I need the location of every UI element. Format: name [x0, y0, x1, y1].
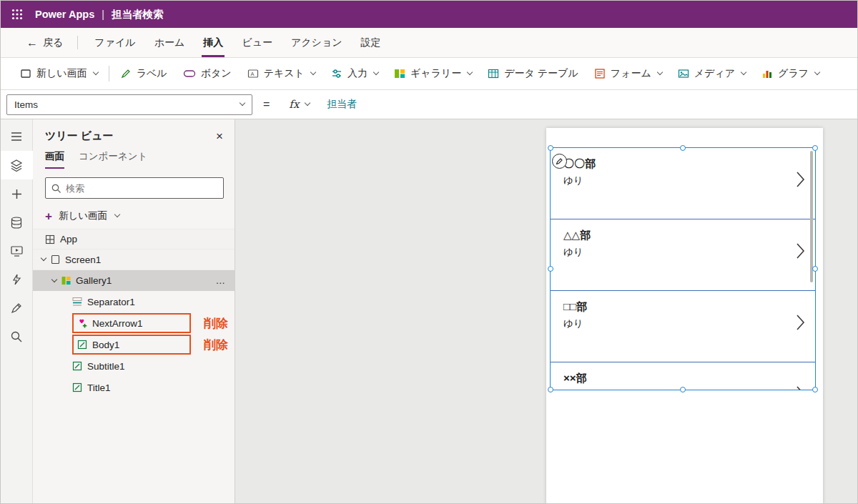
selection-handle-bottom-left[interactable]	[548, 387, 553, 392]
data-table-button[interactable]: データ テーブル	[480, 58, 586, 89]
gallery-row[interactable]: 〇〇部 ゆり	[551, 148, 815, 219]
selection-handle-middle-right[interactable]	[812, 266, 818, 272]
rail-advanced-tools-icon[interactable]	[1, 294, 33, 322]
app-launcher-waffle-icon[interactable]	[1, 1, 34, 28]
tree-item-app[interactable]: App	[33, 229, 235, 249]
tree-item-title1[interactable]: Title1	[33, 377, 235, 398]
next-arrow-icon[interactable]	[796, 242, 805, 260]
screen-icon	[51, 255, 60, 265]
menu-tab-home[interactable]: ホーム	[145, 28, 194, 57]
menu-tab-insert[interactable]: 挿入	[194, 28, 232, 57]
tree-item-nextarrow1[interactable]: NextArrow1 削除	[33, 312, 235, 334]
chevron-down-icon	[240, 100, 245, 106]
input-menu-button[interactable]: 入力	[323, 58, 386, 89]
gallery-row-title: △△部	[563, 229, 815, 242]
menu-tab-file[interactable]: ファイル	[85, 28, 144, 57]
back-button[interactable]: ← 戻る	[19, 28, 70, 57]
delete-annotation: 削除	[204, 315, 228, 332]
selection-handle-middle-left[interactable]	[548, 266, 553, 272]
back-arrow-icon: ←	[26, 36, 38, 49]
new-screen-dropdown-button[interactable]: + 新しい画面	[33, 206, 235, 229]
selection-handle-top-right[interactable]	[812, 145, 818, 151]
next-arrow-icon[interactable]	[796, 314, 805, 331]
selection-handle-bottom-middle[interactable]	[680, 387, 686, 392]
design-canvas[interactable]: 〇〇部 ゆり △△部 ゆり □□部 ゆり	[235, 119, 857, 503]
tab-screens[interactable]: 画面	[45, 150, 64, 169]
gallery-row-title: 〇〇部	[563, 157, 815, 171]
next-arrow-icon[interactable]	[796, 385, 805, 390]
chevron-down-icon	[305, 100, 310, 106]
menu-tab-view[interactable]: ビュー	[232, 28, 282, 57]
next-arrow-icon[interactable]	[796, 171, 805, 188]
app-icon	[45, 234, 55, 244]
app-brand-title[interactable]: Power Apps	[35, 9, 94, 20]
gallery-row[interactable]: △△部 ゆり	[551, 219, 815, 291]
gallery-menu-button[interactable]: ギャラリー	[386, 58, 480, 89]
rail-media-icon[interactable]	[1, 237, 33, 265]
property-name: Items	[14, 99, 38, 110]
tree-item-separator1[interactable]: Separator1	[33, 291, 235, 312]
svg-text:A: A	[250, 71, 254, 77]
label-button[interactable]: ラベル	[112, 58, 175, 89]
menu-tab-settings[interactable]: 設定	[352, 28, 390, 57]
gallery-row-subtitle: ゆり	[563, 389, 815, 390]
gallery-viewport: 〇〇部 ゆり △△部 ゆり □□部 ゆり	[551, 148, 815, 390]
button-button[interactable]: ボタン	[175, 58, 240, 89]
tree-view-header: ツリー ビュー ×	[33, 119, 235, 147]
top-app-bar: Power Apps | 担当者検索	[1, 1, 857, 28]
rail-search-icon[interactable]	[1, 322, 33, 351]
gallery-control-icon	[61, 276, 71, 285]
toolbar-divider	[109, 66, 109, 81]
new-screen-icon	[20, 68, 31, 79]
selection-handle-top-middle[interactable]	[680, 145, 686, 151]
chevron-down-icon	[467, 69, 473, 75]
gallery-control[interactable]: 〇〇部 ゆり △△部 ゆり □□部 ゆり	[550, 147, 816, 390]
label-icon	[120, 68, 132, 79]
tree-item-subtitle1[interactable]: Subtitle1	[33, 355, 235, 377]
new-screen-button[interactable]: 新しい画面	[12, 58, 106, 89]
chevron-down-icon	[373, 69, 379, 75]
media-menu-button[interactable]: メディア	[670, 58, 754, 89]
chart-menu-button[interactable]: グラフ	[754, 58, 827, 89]
edit-gallery-pencil-icon[interactable]	[552, 154, 567, 169]
tree-item-screen1[interactable]: Screen1	[33, 249, 235, 270]
menu-divider	[77, 36, 78, 49]
search-icon	[51, 184, 61, 193]
gallery-scrollbar[interactable]	[810, 151, 813, 282]
data-table-icon	[488, 68, 499, 79]
selection-handle-bottom-right[interactable]	[812, 387, 818, 392]
more-options-icon[interactable]: …	[216, 275, 227, 286]
rail-hamburger-menu-icon[interactable]	[1, 122, 33, 151]
rail-insert-plus-icon[interactable]	[1, 179, 33, 208]
fx-selector[interactable]: fx	[280, 94, 318, 115]
text-menu-button[interactable]: A テキスト	[240, 58, 323, 89]
expand-chevron-icon[interactable]	[41, 255, 46, 261]
formula-bar: Items = fx 担当者	[1, 90, 857, 119]
tree-search-box[interactable]	[45, 177, 224, 199]
delete-highlight-box: Body1	[72, 335, 191, 355]
rail-tree-view-icon[interactable]	[1, 151, 33, 179]
rail-power-automate-icon[interactable]	[1, 265, 33, 294]
close-icon[interactable]: ×	[216, 130, 223, 142]
gallery-row[interactable]: □□部 ゆり	[551, 291, 815, 362]
label-control-icon	[77, 340, 87, 350]
tree-item-body1[interactable]: Body1 削除	[33, 334, 235, 355]
tree-item-gallery1[interactable]: Gallery1 …	[33, 270, 235, 291]
search-input[interactable]	[66, 183, 217, 194]
back-label: 戻る	[43, 36, 63, 49]
form-menu-button[interactable]: フォーム	[586, 58, 670, 89]
selection-handle-top-left[interactable]	[548, 145, 553, 151]
rail-data-icon[interactable]	[1, 208, 33, 237]
screen-artboard[interactable]: 〇〇部 ゆり △△部 ゆり □□部 ゆり	[546, 128, 823, 503]
formula-input[interactable]: 担当者	[327, 98, 357, 111]
chevron-down-icon	[814, 69, 820, 75]
icon-control-icon	[77, 318, 87, 328]
property-selector[interactable]: Items	[6, 94, 252, 115]
gallery-icon	[394, 68, 405, 79]
chevron-down-icon	[657, 69, 663, 75]
expand-chevron-icon[interactable]	[51, 276, 57, 282]
gallery-row[interactable]: ××部 ゆり	[551, 362, 815, 390]
label-control-icon	[72, 382, 82, 392]
tab-components[interactable]: コンポーネント	[79, 150, 147, 169]
menu-tab-action[interactable]: アクション	[282, 28, 352, 57]
